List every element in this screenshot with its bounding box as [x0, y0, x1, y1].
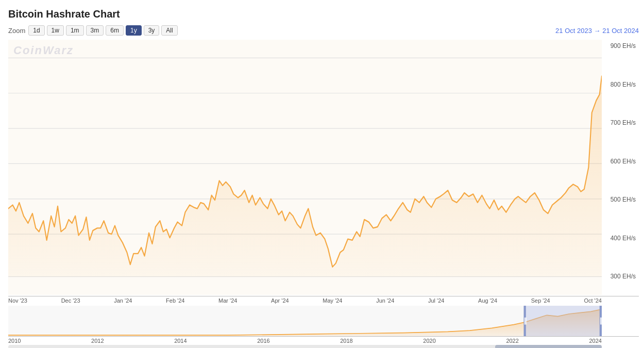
y-label-400: 400 EH/s	[611, 235, 636, 241]
x-label-nov23: Nov '23	[8, 297, 27, 304]
chart-wrapper: CoinWarz	[8, 40, 602, 295]
zoom-1w[interactable]: 1w	[47, 25, 64, 36]
zoom-3m[interactable]: 3m	[86, 25, 104, 36]
ov-label-2020: 2020	[423, 338, 435, 344]
zoom-label: Zoom	[8, 27, 25, 35]
overview-section: 2010 2012 2014 2016 2018 2020 2022 2024	[8, 306, 639, 343]
ov-label-2018: 2018	[340, 338, 352, 344]
hashrate-chart	[8, 40, 602, 295]
ov-label-2012: 2012	[91, 338, 104, 344]
main-chart-area: CoinWarz	[8, 40, 639, 295]
date-arrow: →	[594, 27, 603, 35]
zoom-1y[interactable]: 1y	[126, 25, 142, 36]
chart-title: Bitcoin Hashrate Chart	[8, 8, 639, 20]
ov-label-2010: 2010	[8, 338, 21, 344]
ov-label-2016: 2016	[257, 338, 269, 344]
scrollbar-thumb[interactable]	[495, 345, 602, 348]
overview-right-spacer	[602, 306, 639, 336]
x-axis-labels: Nov '23 Dec '23 Jan '24 Feb '24 Mar '24 …	[8, 296, 639, 304]
zoom-1m[interactable]: 1m	[66, 25, 84, 36]
y-label-300: 300 EH/s	[611, 273, 636, 279]
zoom-buttons: 1d 1w 1m 3m 6m 1y 3y All	[28, 25, 177, 36]
x-label-jul24: Jul '24	[428, 297, 444, 304]
x-label-oct24: Oct '24	[584, 297, 602, 304]
x-label-apr24: Apr '24	[271, 297, 289, 304]
x-label-jun24: Jun '24	[376, 297, 394, 304]
page-container: Bitcoin Hashrate Chart Zoom 1d 1w 1m 3m …	[0, 0, 644, 348]
y-label-600: 600 EH/s	[611, 158, 636, 164]
date-range: 21 Oct 2023 → 21 Oct 2024	[555, 27, 639, 35]
overview-chart-row	[8, 306, 639, 336]
overview-chart	[8, 306, 602, 336]
zoom-all[interactable]: All	[161, 25, 177, 36]
date-start: 21 Oct 2023	[555, 27, 592, 35]
zoom-1d[interactable]: 1d	[28, 25, 44, 36]
y-label-900: 900 EH/s	[611, 43, 636, 49]
x-label-sep24: Sep '24	[531, 297, 550, 304]
toolbar: Zoom 1d 1w 1m 3m 6m 1y 3y All 21 Oct 202…	[8, 25, 639, 36]
zoom-6m[interactable]: 6m	[106, 25, 124, 36]
y-label-500: 500 EH/s	[611, 196, 636, 203]
x-label-feb24: Feb '24	[166, 297, 184, 304]
zoom-3y[interactable]: 3y	[144, 25, 160, 36]
x-label-dec23: Dec '23	[61, 297, 80, 304]
y-label-700: 700 EH/s	[611, 120, 636, 126]
scrollbar-row	[8, 345, 639, 348]
overview-chart-wrap	[8, 306, 602, 336]
ov-label-2014: 2014	[174, 338, 187, 344]
scrollbar-track[interactable]	[8, 345, 602, 348]
ov-label-2024: 2024	[589, 338, 601, 344]
date-end: 21 Oct 2024	[602, 27, 639, 35]
overview-x-labels: 2010 2012 2014 2016 2018 2020 2022 2024	[8, 336, 639, 344]
y-label-800: 800 EH/s	[611, 81, 636, 88]
x-label-jan24: Jan '24	[114, 297, 132, 304]
x-label-aug24: Aug '24	[478, 297, 497, 304]
ov-label-2022: 2022	[506, 338, 518, 344]
x-label-may24: May '24	[323, 297, 342, 304]
svg-rect-11	[525, 306, 602, 336]
y-axis: 900 EH/s 800 EH/s 700 EH/s 600 EH/s 500 …	[602, 40, 639, 295]
x-label-mar24: Mar '24	[218, 297, 237, 304]
